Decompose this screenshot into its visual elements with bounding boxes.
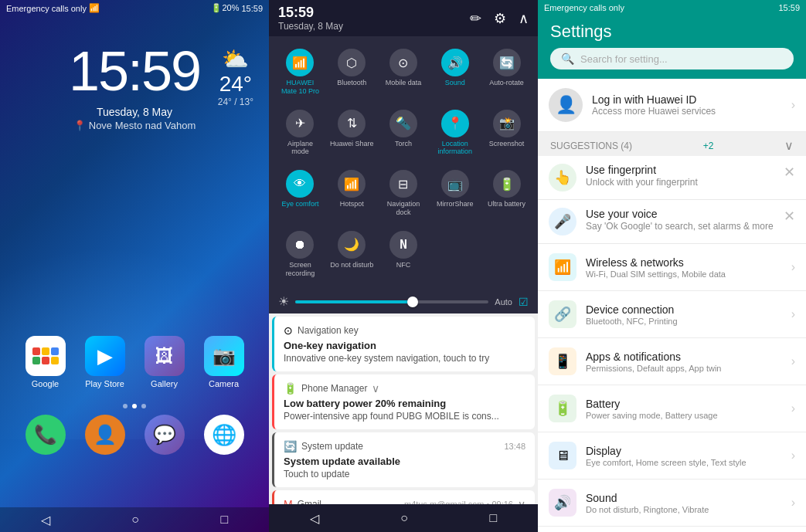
gmail-notif-icon: M [284,498,293,504]
settings-wireless[interactable]: 📶 Wireless & networks Wi-Fi, Dual SIM se… [538,244,806,291]
nav-notif-body: Innovative one-key system navigation, to… [284,353,525,364]
settings-display[interactable]: 🖥 Display Eye comfort, Home screen style… [538,432,806,479]
settings-battery[interactable]: 🔋 Battery Power saving mode, Battery usa… [538,385,806,432]
brightness-auto-label: Auto [495,297,512,307]
tile-mirrorshare[interactable]: 📺 MirrorShare [431,165,478,222]
location-tile-label: Location information [433,140,477,157]
auto-checkbox[interactable]: ☑ [519,296,529,308]
settings-icon[interactable]: ⚙ [494,10,506,27]
settings-device[interactable]: 🔗 Device connection Bluetooth, NFC, Prin… [538,291,806,338]
notif-navigation[interactable]: ⊙ Navigation key One-key navigation Inno… [272,317,535,371]
google-icon [26,336,66,376]
update-notif-title: System update available [284,456,525,467]
update-notif-body: Touch to update [284,469,525,479]
app-google[interactable]: Google [26,336,66,388]
settings-apps[interactable]: 📱 Apps & notifications Permissions, Defa… [538,338,806,385]
sound-arrow: › [791,496,795,510]
wifi-tile-icon: 📶 [286,49,314,76]
notif-date: Tuesday, 8 May [278,21,343,32]
dot-3 [141,404,146,408]
back-btn-notif[interactable]: ◁ [310,511,319,526]
notif-system-update[interactable]: 🔄 System update 13:48 System update avai… [272,432,535,487]
collapse-icon[interactable]: ∧ [519,10,529,27]
settings-storage[interactable]: 💾 Storage › [538,527,806,532]
page-dots [15,404,253,408]
suggestion-voice[interactable]: 🎤 Use your voice Say 'Ok Google' to sear… [538,200,806,244]
fingerprint-sub: Unlock with your fingerprint [586,177,774,188]
brightness-slider[interactable] [295,300,488,303]
notif-gmail[interactable]: M Gmail m4tus.m@gmail.com • 09:16 ∨ Goog… [272,490,535,504]
torch-tile-icon: 🔦 [389,110,417,137]
tile-wifi[interactable]: 📶 HUAWEI Mate 10 Pro [277,44,324,100]
weather-icon: ⛅ [218,46,253,72]
recents-btn-notif[interactable]: □ [490,511,498,525]
mirrorshare-icon: 📺 [441,170,469,198]
notif-header-left: 15:59 Tuesday, 8 May [278,5,343,32]
nav-bar-lock: ◁ ○ □ [0,507,269,532]
settings-status-bar: Emergency calls only 15:59 [538,0,806,15]
settings-search-bar[interactable]: 🔍 Search for setting... [550,48,794,69]
notif-header-icons: ✏ ⚙ ∧ [470,10,529,27]
home-btn-notif[interactable]: ○ [400,511,408,525]
battery-notif-title: Low battery power 20% remaining [284,398,525,409]
suggestions-expand-icon[interactable]: ∨ [784,138,794,153]
tile-nfc[interactable]: N NFC [380,226,427,283]
tile-location[interactable]: 📍 Location information [431,105,478,161]
mobile-data-tile-icon: ⊙ [389,49,417,76]
gmail-expand-icon[interactable]: ∨ [518,498,525,504]
tile-ultra-battery[interactable]: 🔋 Ultra battery [483,165,530,222]
login-item[interactable]: 👤 Log in with Huawei ID Access more Huaw… [538,79,806,132]
app-gallery[interactable]: 🖼 Gallery [145,336,185,388]
app-playstore[interactable]: ▶ Play Store [85,336,125,388]
nav-notif-header: ⊙ Navigation key [284,324,525,337]
tile-bluetooth[interactable]: ⬡ Bluetooth [328,44,376,100]
tile-huawei-share[interactable]: ⇅ Huawei Share [328,105,376,161]
gmail-notif-header: M Gmail m4tus.m@gmail.com • 09:16 ∨ [284,498,525,504]
settings-sound[interactable]: 🔊 Sound Do not disturb, Ringtone, Vibrat… [538,479,806,527]
phone-icon: 📞 [26,415,66,455]
sound-settings-icon: 🔊 [549,489,576,517]
notif-battery[interactable]: 🔋 Phone Manager ∨ Low battery power 20% … [272,374,535,429]
tile-screenshot[interactable]: 📸 Screenshot [483,105,530,161]
bluetooth-tile-label: Bluetooth [337,79,366,87]
home-button[interactable]: ○ [131,513,139,527]
ultra-battery-icon: 🔋 [493,170,521,198]
tile-hotspot[interactable]: 📶 Hotspot [328,165,376,222]
recents-button[interactable]: □ [221,513,229,527]
tile-torch[interactable]: 🔦 Torch [380,105,427,161]
brightness-fill [295,300,411,303]
battery-settings-icon: 🔋 [549,395,576,422]
device-arrow: › [791,307,795,321]
device-sub: Bluetooth, NFC, Printing [586,317,782,326]
tile-eye-comfort[interactable]: 👁 Eye comfort [277,165,324,222]
battery-settings-text: Battery Power saving mode, Battery usage [586,398,782,420]
tile-sound[interactable]: 🔊 Sound [431,44,478,100]
dock-messages[interactable]: 💬 [145,415,185,455]
suggestions-label: SUGGESTIONS (4) [550,141,632,151]
display-icon: 🖥 [549,442,576,469]
app-camera[interactable]: 📷 Camera [204,336,244,388]
apps-sub: Permissions, Default apps, App twin [586,364,782,373]
huawei-share-label: Huawei Share [330,140,374,148]
dock-contacts[interactable]: 👤 [85,415,125,455]
tile-airplane[interactable]: ✈ Airplane mode [277,105,324,161]
tile-autorotate[interactable]: 🔄 Auto-rotate [483,44,530,100]
google-dots [29,344,62,368]
status-left: Emergency calls only 📶 [6,3,100,13]
battery-expand-icon[interactable]: ∨ [372,382,379,395]
tile-mobile-data[interactable]: ⊙ Mobile data [380,44,427,100]
tile-dnd[interactable]: 🌙 Do not disturb [328,226,376,283]
suggestion-fingerprint[interactable]: 👆 Use fingerprint Unlock with your finge… [538,156,806,200]
fingerprint-close-icon[interactable]: ✕ [784,164,795,181]
dock-chrome[interactable]: 🌐 [204,415,244,455]
dot1 [32,347,40,355]
tile-screen-recording[interactable]: ⏺ Screen recording [277,226,324,283]
dock-phone[interactable]: 📞 [26,415,66,455]
tile-nav-dock[interactable]: ⊟ Navigation dock [380,165,427,222]
voice-close-icon[interactable]: ✕ [784,208,795,225]
voice-sub: Say 'Ok Google' to search, set alarms & … [586,221,774,232]
back-button[interactable]: ◁ [41,513,50,527]
battery-arrow: › [791,402,795,415]
edit-icon[interactable]: ✏ [470,10,481,27]
eye-comfort-label: Eye comfort [281,200,318,208]
